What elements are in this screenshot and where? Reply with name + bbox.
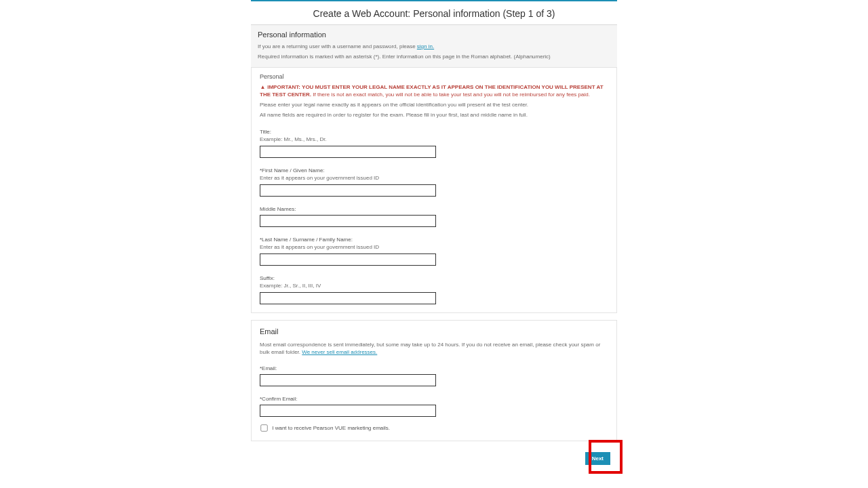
legal-name-instruction: Please enter your legal name exactly as …	[260, 102, 608, 109]
email-field-group: *Email:	[260, 365, 608, 386]
email-heading: Email	[260, 327, 608, 336]
title-label: Title:	[260, 129, 608, 135]
suffix-hint: Example: Jr., Sr., II, III, IV	[260, 283, 608, 289]
email-policy-link[interactable]: We never sell email addresses.	[302, 349, 377, 355]
suffix-label: Suffix:	[260, 275, 608, 281]
title-input[interactable]	[260, 146, 436, 158]
personal-subheading: Personal	[260, 73, 608, 80]
last-name-hint: Enter as it appears on your government i…	[260, 244, 608, 250]
marketing-optin-text: I want to receive Pearson VUE marketing …	[272, 425, 390, 431]
email-label: *Email:	[260, 365, 608, 371]
sign-in-link[interactable]: sign in.	[417, 43, 434, 49]
marketing-optin-row: I want to receive Pearson VUE marketing …	[260, 424, 608, 432]
first-name-label: *First Name / Given Name:	[260, 167, 608, 174]
legal-name-warning: ▲ IMPORTANT: YOU MUST ENTER YOUR LEGAL N…	[260, 84, 608, 99]
section-heading: Personal information	[258, 30, 610, 39]
title-bar: Create a Web Account: Personal informati…	[251, 1, 617, 25]
title-field-group: Title: Example: Mr., Ms., Mrs., Dr.	[260, 129, 608, 158]
last-name-label: *Last Name / Surname / Family Name:	[260, 237, 608, 243]
confirm-email-field-group: *Confirm Email:	[260, 396, 608, 417]
first-name-field-group: *First Name / Given Name: Enter as it ap…	[260, 167, 608, 197]
footer-row: Next	[251, 447, 617, 472]
email-input[interactable]	[260, 374, 436, 386]
name-fields-instruction: All name fields are required in order to…	[260, 112, 608, 119]
title-hint: Example: Mr., Ms., Mrs., Dr.	[260, 136, 608, 142]
personal-panel: Personal ▲ IMPORTANT: YOU MUST ENTER YOU…	[251, 68, 617, 312]
page-title: Create a Web Account: Personal informati…	[251, 8, 617, 19]
suffix-input[interactable]	[260, 292, 436, 304]
marketing-optin-label-wrap[interactable]: I want to receive Pearson VUE marketing …	[260, 425, 390, 431]
confirm-email-input[interactable]	[260, 405, 436, 417]
last-name-field-group: *Last Name / Surname / Family Name: Ente…	[260, 237, 608, 266]
middle-name-label: Middle Names:	[260, 206, 608, 212]
confirm-email-label: *Confirm Email:	[260, 396, 608, 402]
page-container: Create a Web Account: Personal informati…	[251, 0, 617, 472]
marketing-optin-checkbox[interactable]	[260, 424, 267, 431]
warning-rest-text: If there is not an exact match, you will…	[311, 92, 590, 98]
first-name-hint: Enter as it appears on your government i…	[260, 175, 608, 181]
middle-name-field-group: Middle Names:	[260, 206, 608, 227]
suffix-field-group: Suffix: Example: Jr., Sr., II, III, IV	[260, 275, 608, 304]
email-note: Most email correspondence is sent immedi…	[260, 341, 608, 356]
returning-prefix: If you are a returning user with a usern…	[258, 43, 417, 49]
next-button[interactable]: Next	[585, 452, 610, 465]
middle-name-input[interactable]	[260, 215, 436, 227]
personal-info-header: Personal information If you are a return…	[251, 25, 617, 68]
required-fields-note: Required information is marked with an a…	[258, 53, 610, 60]
first-name-input[interactable]	[260, 184, 436, 197]
warning-icon: ▲	[260, 84, 266, 92]
last-name-input[interactable]	[260, 253, 436, 266]
returning-user-note: If you are a returning user with a usern…	[258, 43, 610, 50]
email-panel: Email Most email correspondence is sent …	[251, 320, 617, 441]
